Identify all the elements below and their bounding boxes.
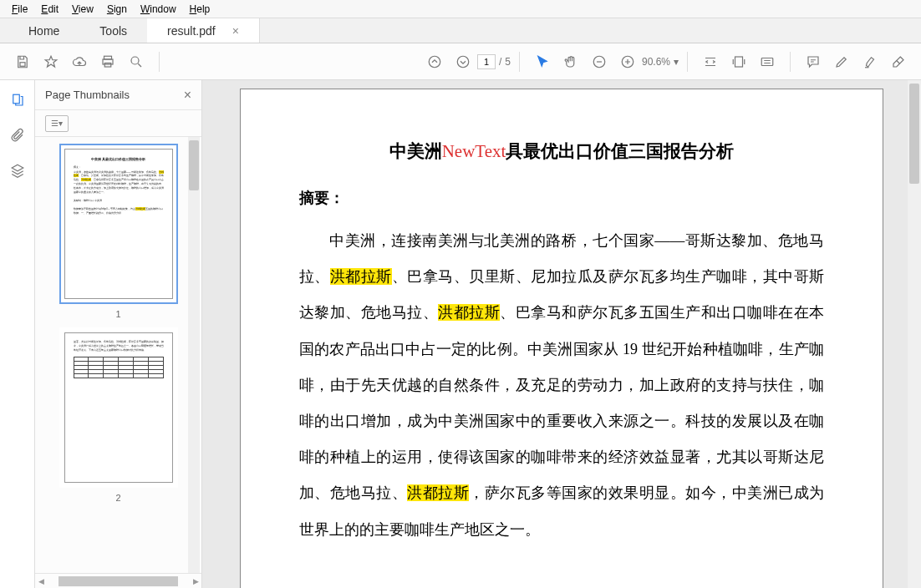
zoom-in-icon[interactable] [613, 48, 642, 76]
svg-point-4 [131, 57, 139, 64]
toolbar-separator [159, 52, 160, 72]
thumbnails-close-icon[interactable]: × [184, 88, 191, 103]
svg-rect-0 [20, 62, 25, 66]
print-icon[interactable] [94, 48, 122, 76]
search-icon[interactable] [122, 48, 150, 76]
zoom-control[interactable]: 90.6% ▾ [642, 56, 679, 68]
star-icon[interactable] [37, 48, 65, 76]
hand-pan-icon[interactable] [557, 48, 585, 76]
doc-scrollbar[interactable] [908, 80, 921, 588]
page-total: 5 [505, 56, 511, 68]
thumbnails-scrollbar-thumb[interactable] [189, 140, 199, 190]
page-separator: / [499, 56, 501, 68]
document-page: 中美洲NewText具最优出口价值三国报告分析 摘要： 中美洲，连接南美洲与北美… [240, 89, 883, 588]
hscroll-thumb[interactable] [59, 576, 178, 586]
read-mode-icon[interactable] [753, 48, 781, 76]
para-text: 、巴拿马和萨尔瓦多五国生产和出口咖啡在在本国的农产品出口中占一定的比例。中美洲国… [299, 304, 824, 501]
upload-cloud-icon[interactable] [65, 48, 94, 76]
left-rail [0, 80, 35, 588]
svg-rect-9 [735, 57, 743, 67]
thumbnails-options-button[interactable]: ☰ ▾ [45, 115, 69, 132]
document-title: 中美洲NewText具最优出口价值三国报告分析 [299, 139, 824, 163]
save-icon[interactable] [8, 48, 37, 76]
tab-document[interactable]: result.pdf × [147, 18, 260, 43]
tab-tools[interactable]: Tools [79, 18, 147, 43]
tab-document-label: result.pdf [167, 24, 216, 38]
zoom-out-icon[interactable] [585, 48, 613, 76]
menu-file[interactable]: File [7, 2, 33, 17]
svg-rect-10 [761, 58, 773, 65]
title-pre: 中美洲 [389, 141, 442, 161]
highlight-icon[interactable] [856, 48, 884, 76]
menu-view[interactable]: View [67, 2, 99, 17]
thumbnails-rail-icon[interactable] [8, 90, 28, 110]
page-down-icon[interactable] [449, 48, 477, 76]
svg-rect-3 [104, 63, 111, 67]
thumbnails-toolbar: ☰ ▾ [35, 110, 201, 137]
tab-bar: Home Tools result.pdf × [0, 18, 921, 43]
chevron-down-icon: ▾ [59, 119, 63, 128]
document-viewport[interactable]: 中美洲NewText具最优出口价值三国报告分析 摘要： 中美洲，连接南美洲与北美… [202, 80, 921, 588]
fit-width-icon[interactable] [696, 48, 725, 76]
page-current-input[interactable] [477, 54, 496, 69]
thumbnails-title: Page Thumbnails [45, 89, 130, 101]
hscroll-track[interactable] [59, 576, 178, 586]
highlight-1: 洪都拉斯 [330, 268, 392, 285]
summary-label: 摘要： [299, 188, 824, 208]
tab-close-icon[interactable]: × [232, 24, 239, 38]
tab-home[interactable]: Home [8, 18, 79, 43]
svg-point-6 [457, 56, 469, 68]
selection-arrow-icon[interactable] [528, 48, 557, 76]
layers-rail-icon[interactable] [8, 160, 28, 180]
thumbnail-page-1[interactable]: 中美洲 具最优出口价值三国报告分析 摘要： 中美洲，连接南美洲与北美洲的路桥，七… [59, 144, 178, 304]
svg-rect-11 [13, 94, 19, 104]
menu-window[interactable]: Window [135, 2, 181, 17]
thumbnails-panel: Page Thumbnails × ☰ ▾ 中美洲 具最优出口价值三国报告分析 … [35, 80, 202, 588]
title-post: 具最优出口价值三国报告分析 [506, 141, 734, 161]
title-insert: NewText [442, 141, 506, 161]
fit-page-icon[interactable] [725, 48, 753, 76]
menu-help[interactable]: Help [185, 2, 216, 17]
comment-icon[interactable] [799, 48, 827, 76]
thumbnail-label-2: 2 [35, 493, 201, 503]
thumbnails-header: Page Thumbnails × [35, 80, 201, 110]
page-control: / 5 [477, 54, 511, 69]
main-area: Page Thumbnails × ☰ ▾ 中美洲 具最优出口价值三国报告分析 … [0, 80, 921, 588]
thumbnails-hscroll[interactable]: ◀ ▶ [35, 573, 201, 588]
attachments-rail-icon[interactable] [8, 125, 28, 145]
highlight-2: 洪都拉斯 [438, 304, 500, 321]
highlight-3: 洪都拉斯 [407, 484, 469, 501]
zoom-value: 90.6% [642, 56, 670, 68]
hscroll-right-arrow-icon[interactable]: ▶ [190, 577, 201, 585]
thumbnails-scrollbar[interactable] [188, 137, 200, 573]
thumbnail-label-1: 1 [35, 309, 201, 319]
zoom-dropdown-icon[interactable]: ▾ [674, 56, 679, 68]
menu-sign[interactable]: Sign [102, 2, 132, 17]
toolbar-separator [790, 52, 791, 72]
document-paragraph: 中美洲，连接南美洲与北美洲的路桥，七个国家——哥斯达黎加、危地马拉、洪都拉斯、巴… [299, 223, 824, 548]
sign-pen-icon[interactable] [827, 48, 856, 76]
page-up-icon[interactable] [420, 48, 449, 76]
hscroll-left-arrow-icon[interactable]: ◀ [35, 577, 47, 585]
doc-scrollbar-thumb[interactable] [909, 84, 919, 184]
erase-icon[interactable] [884, 48, 913, 76]
thumbnails-scroll[interactable]: 中美洲 具最优出口价值三国报告分析 摘要： 中美洲，连接南美洲与北美洲的路桥，七… [35, 137, 201, 573]
svg-point-5 [429, 56, 440, 68]
thumbnail-page-2[interactable]: 显著，尤其以哥斯达尼加、危地马拉、洪都拉斯，萨尔瓦多等国家的效果明显。如今，中美… [59, 327, 178, 488]
menu-bar: File Edit View Sign Window Help [0, 0, 921, 18]
menu-edit[interactable]: Edit [36, 2, 64, 17]
toolbar-separator [519, 52, 520, 72]
toolbar-separator [687, 52, 688, 72]
toolbar: / 5 90.6% ▾ [0, 43, 921, 80]
